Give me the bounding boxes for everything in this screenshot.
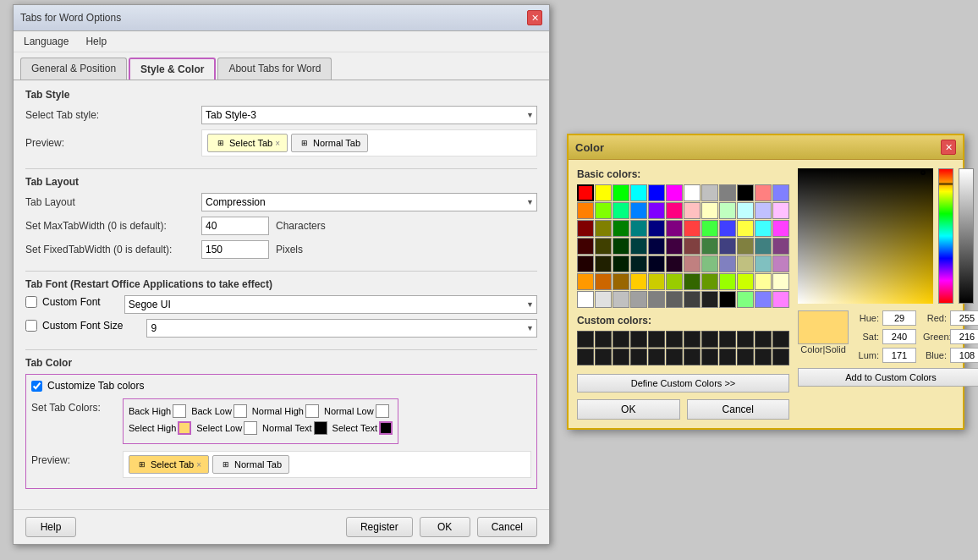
customize-checkbox[interactable]	[31, 381, 42, 392]
preview-select-tab-top[interactable]: ⊞ Select Tab ×	[207, 134, 288, 152]
palette-cell[interactable]	[772, 202, 789, 219]
select-high-btn[interactable]: Select High	[129, 421, 191, 435]
preview-normal-tab-bottom[interactable]: ⊞ Normal Tab	[212, 455, 289, 474]
back-low-btn[interactable]: Back Low	[191, 404, 247, 418]
palette-cell[interactable]	[666, 291, 683, 308]
custom-palette-cell[interactable]	[684, 331, 701, 348]
palette-cell[interactable]	[613, 220, 629, 237]
menu-language[interactable]: Language	[20, 34, 72, 49]
normal-low-btn[interactable]: Normal Low	[324, 404, 389, 418]
back-low-swatch[interactable]	[234, 404, 247, 418]
custom-palette-cell[interactable]	[755, 331, 772, 348]
add-custom-colors-button[interactable]: Add to Custom Colors	[798, 368, 978, 387]
palette-cell[interactable]	[737, 255, 754, 272]
color-cancel-button[interactable]: Cancel	[687, 399, 790, 420]
normal-low-swatch[interactable]	[376, 404, 389, 418]
palette-cell[interactable]	[630, 184, 647, 201]
palette-cell[interactable]	[595, 202, 612, 219]
custom-font-size-checkbox[interactable]	[25, 320, 37, 332]
custom-palette-cell[interactable]	[737, 349, 754, 365]
lum-input[interactable]	[882, 348, 916, 363]
tab-style-select[interactable]: Tab Style-3	[201, 106, 537, 124]
help-button[interactable]: Help	[25, 517, 76, 537]
custom-palette-cell[interactable]	[772, 349, 789, 365]
palette-cell[interactable]	[648, 238, 665, 255]
palette-cell[interactable]	[719, 238, 736, 255]
palette-cell[interactable]	[772, 220, 789, 237]
palette-cell[interactable]	[577, 184, 594, 201]
custom-palette-cell[interactable]	[719, 349, 736, 365]
custom-font-checkbox[interactable]	[25, 296, 37, 308]
custom-palette-cell[interactable]	[666, 349, 683, 365]
normal-high-swatch[interactable]	[305, 404, 319, 418]
custom-palette-cell[interactable]	[701, 349, 718, 365]
palette-cell[interactable]	[648, 220, 665, 237]
palette-cell[interactable]	[630, 202, 647, 219]
brightness-bar[interactable]	[959, 168, 974, 304]
select-text-btn[interactable]: Select Text	[332, 421, 393, 435]
tab-layout-select[interactable]: Compression	[201, 193, 537, 211]
back-high-btn[interactable]: Back High	[129, 404, 186, 418]
custom-palette-cell[interactable]	[719, 331, 736, 348]
palette-cell[interactable]	[772, 273, 789, 290]
color-ok-button[interactable]: OK	[577, 399, 680, 420]
custom-palette-cell[interactable]	[648, 349, 665, 365]
palette-cell[interactable]	[737, 238, 754, 255]
custom-font-size-select[interactable]: 9	[146, 319, 537, 338]
palette-cell[interactable]	[577, 273, 594, 290]
palette-cell[interactable]	[666, 202, 683, 219]
palette-cell[interactable]	[595, 291, 612, 308]
palette-cell[interactable]	[737, 202, 754, 219]
custom-palette-cell[interactable]	[577, 331, 594, 348]
custom-palette-cell[interactable]	[701, 331, 718, 348]
palette-cell[interactable]	[772, 255, 789, 272]
tab-general-position[interactable]: General & Position	[20, 58, 127, 80]
cancel-button[interactable]: Cancel	[477, 517, 537, 537]
palette-cell[interactable]	[772, 238, 789, 255]
palette-cell[interactable]	[648, 291, 665, 308]
palette-cell[interactable]	[648, 273, 665, 290]
register-button[interactable]: Register	[346, 517, 413, 537]
custom-palette-cell[interactable]	[648, 331, 665, 348]
palette-cell[interactable]	[755, 220, 772, 237]
palette-cell[interactable]	[684, 238, 701, 255]
normal-high-btn[interactable]: Normal High	[252, 404, 319, 418]
back-high-swatch[interactable]	[173, 404, 186, 418]
palette-cell[interactable]	[701, 220, 718, 237]
custom-palette-cell[interactable]	[772, 331, 789, 348]
palette-cell[interactable]	[755, 202, 772, 219]
custom-palette-cell[interactable]	[755, 349, 772, 365]
custom-palette-cell[interactable]	[577, 349, 594, 365]
custom-palette-cell[interactable]	[737, 331, 754, 348]
palette-cell[interactable]	[577, 291, 594, 308]
palette-cell[interactable]	[630, 220, 647, 237]
palette-cell[interactable]	[701, 184, 718, 201]
palette-cell[interactable]	[630, 291, 647, 308]
palette-cell[interactable]	[666, 220, 683, 237]
palette-cell[interactable]	[772, 291, 789, 308]
palette-cell[interactable]	[684, 255, 701, 272]
fixed-tab-width-input[interactable]	[201, 240, 269, 259]
palette-cell[interactable]	[595, 273, 612, 290]
palette-cell[interactable]	[666, 273, 683, 290]
palette-cell[interactable]	[755, 291, 772, 308]
select-text-swatch[interactable]	[379, 421, 393, 435]
palette-cell[interactable]	[577, 220, 594, 237]
palette-cell[interactable]	[701, 291, 718, 308]
hue-bar[interactable]	[938, 168, 953, 304]
custom-font-select-wrapper[interactable]: Segoe UI	[124, 295, 537, 314]
custom-font-size-select-wrapper[interactable]: 9	[146, 319, 537, 338]
palette-cell[interactable]	[701, 273, 718, 290]
palette-cell[interactable]	[613, 255, 629, 272]
color-dialog-close-button[interactable]: ✕	[941, 140, 956, 155]
select-high-swatch[interactable]	[178, 421, 191, 435]
custom-palette-cell[interactable]	[595, 331, 612, 348]
select-tab-close-bottom[interactable]: ×	[196, 460, 201, 469]
select-low-swatch[interactable]	[244, 421, 257, 435]
sat-input[interactable]	[882, 329, 916, 344]
normal-text-swatch[interactable]	[314, 421, 327, 435]
palette-cell[interactable]	[701, 202, 718, 219]
custom-palette-cell[interactable]	[613, 331, 629, 348]
palette-cell[interactable]	[684, 220, 701, 237]
palette-cell[interactable]	[737, 291, 754, 308]
